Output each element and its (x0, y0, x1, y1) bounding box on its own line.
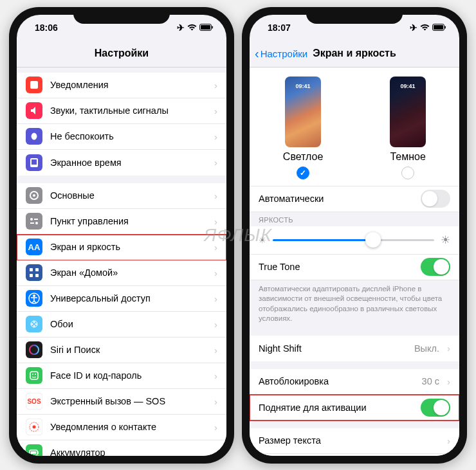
svg-rect-15 (34, 219, 38, 220)
autolock-row[interactable]: Автоблокировка 30 с › (250, 369, 459, 395)
settings-row-home[interactable]: Экран «Домой»› (17, 260, 226, 286)
general-icon (26, 187, 42, 204)
svg-point-38 (32, 374, 33, 375)
svg-point-33 (32, 323, 33, 325)
chevron-right-icon: › (214, 80, 217, 91)
svg-rect-2 (212, 26, 214, 29)
svg-rect-9 (32, 159, 37, 165)
svg-point-32 (33, 325, 35, 327)
wallpaper-icon (26, 316, 42, 332)
slider-fill (273, 239, 373, 241)
dnd-icon (26, 128, 42, 145)
svg-rect-48 (31, 451, 36, 454)
settings-row-exposure[interactable]: Уведомления о контакте› (17, 415, 226, 440)
chevron-right-icon: › (214, 216, 217, 227)
chevron-right-icon: › (214, 293, 217, 304)
truetone-footer: Автоматически адаптировать дисплей iPhon… (250, 280, 459, 328)
exposure-icon (26, 419, 42, 435)
svg-text:SOS: SOS (27, 398, 41, 405)
airplane-icon: ✈︎ (177, 23, 185, 33)
status-time: 18:07 (268, 23, 291, 33)
nav-back-label: Настройки (261, 48, 308, 59)
svg-point-31 (35, 323, 37, 325)
battery-icon (432, 24, 446, 31)
display-icon: AA (26, 239, 42, 255)
row-label: Не беспокоить (50, 131, 206, 141)
svg-rect-24 (35, 274, 39, 277)
truetone-toggle[interactable] (421, 258, 450, 276)
nav-bar: ‹ Настройки Экран и яркость (250, 41, 459, 68)
chevron-right-icon: › (214, 345, 217, 356)
settings-content[interactable]: Уведомления›Звуки, тактильные сигналы›Не… (17, 68, 226, 456)
settings-row-control[interactable]: Пункт управления› (17, 209, 226, 235)
settings-row-siri[interactable]: Siri и Поиск› (17, 338, 226, 363)
chevron-right-icon: › (214, 157, 217, 168)
display-content[interactable]: 09:41 Светлое 09:41 Темное Автоматически (250, 68, 459, 456)
nav-back-button[interactable]: ‹ Настройки (255, 46, 307, 61)
appearance-selector: 09:41 Светлое 09:41 Темное (250, 68, 459, 186)
textsize-row[interactable]: Размер текста › (250, 428, 459, 454)
settings-row-accessibility[interactable]: Универсальный доступ› (17, 286, 226, 312)
chevron-right-icon: › (214, 105, 217, 116)
svg-point-30 (33, 321, 35, 323)
settings-row-battery[interactable]: Аккумулятор› (17, 440, 226, 456)
svg-rect-22 (35, 268, 39, 271)
thumb-time: 09:41 (390, 83, 426, 89)
brightness-slider-row: ☀︎ ☀︎ (250, 226, 459, 255)
svg-rect-21 (30, 268, 33, 271)
status-icons: ✈︎ (177, 23, 214, 33)
settings-row-sos[interactable]: SOSЭкстренный вызов — SOS› (17, 389, 226, 415)
raise-toggle[interactable] (421, 399, 450, 417)
boldtext-row: Жирный шрифт (250, 454, 459, 456)
autolock-label: Автоблокировка (259, 376, 414, 386)
settings-row-notifications[interactable]: Уведомления› (17, 73, 226, 98)
screen: 18:06 ✈︎ Настройки Уведомления›Звуки, та… (17, 15, 226, 456)
chevron-right-icon: › (214, 319, 217, 330)
nav-title: Экран и яркость (313, 48, 396, 59)
svg-text:AA: AA (28, 242, 41, 252)
row-label: Звуки, тактильные сигналы (50, 105, 206, 116)
row-label: Siri и Поиск (50, 345, 206, 355)
chevron-right-icon: › (214, 267, 217, 278)
row-label: Экстренный вызов — SOS (50, 396, 206, 406)
light-thumbnail: 09:41 (285, 77, 321, 147)
nav-bar: Настройки (17, 41, 226, 68)
settings-row-wallpaper[interactable]: Обои› (17, 312, 226, 338)
wifi-icon (420, 24, 430, 31)
slider-thumb[interactable] (365, 232, 381, 248)
brightness-slider[interactable] (273, 239, 434, 241)
autolock-value: 30 с (422, 376, 439, 386)
svg-rect-28 (26, 316, 42, 332)
settings-row-dnd[interactable]: Не беспокоить› (17, 124, 226, 150)
svg-rect-36 (26, 367, 42, 384)
appearance-dark-option[interactable]: 09:41 Темное (390, 77, 426, 179)
appearance-light-option[interactable]: 09:41 Светлое (283, 77, 324, 179)
radio-light[interactable] (297, 167, 309, 179)
control-icon (26, 213, 42, 230)
settings-row-display[interactable]: AAЭкран и яркость› (17, 235, 226, 260)
settings-row-general[interactable]: Основные› (17, 183, 226, 209)
screentime-icon (26, 154, 42, 171)
status-time: 18:06 (35, 23, 58, 33)
chevron-right-icon: › (447, 435, 450, 446)
svg-rect-4 (30, 81, 38, 89)
phone-left: 18:06 ✈︎ Настройки Уведомления›Звуки, та… (9, 7, 234, 464)
settings-row-sound[interactable]: Звуки, тактильные сигналы› (17, 98, 226, 124)
auto-toggle[interactable] (421, 190, 450, 208)
row-label: Основные (50, 190, 206, 201)
radio-dark[interactable] (401, 167, 414, 179)
airplane-icon: ✈︎ (410, 23, 417, 33)
settings-row-screentime[interactable]: Экранное время› (17, 150, 226, 176)
nightshift-row[interactable]: Night Shift Выкл. › (250, 336, 459, 361)
settings-row-faceid[interactable]: Face ID и код-пароль› (17, 363, 226, 389)
svg-rect-20 (26, 264, 42, 281)
svg-point-44 (33, 426, 36, 429)
thumb-time: 09:41 (285, 83, 321, 89)
svg-rect-1 (201, 25, 210, 30)
appearance-dark-label: Темное (390, 151, 425, 163)
row-label: Аккумулятор (50, 447, 206, 456)
dark-thumbnail: 09:41 (390, 77, 426, 147)
notch (73, 7, 170, 24)
sos-icon: SOS (26, 393, 42, 410)
notifications-icon (26, 77, 42, 93)
